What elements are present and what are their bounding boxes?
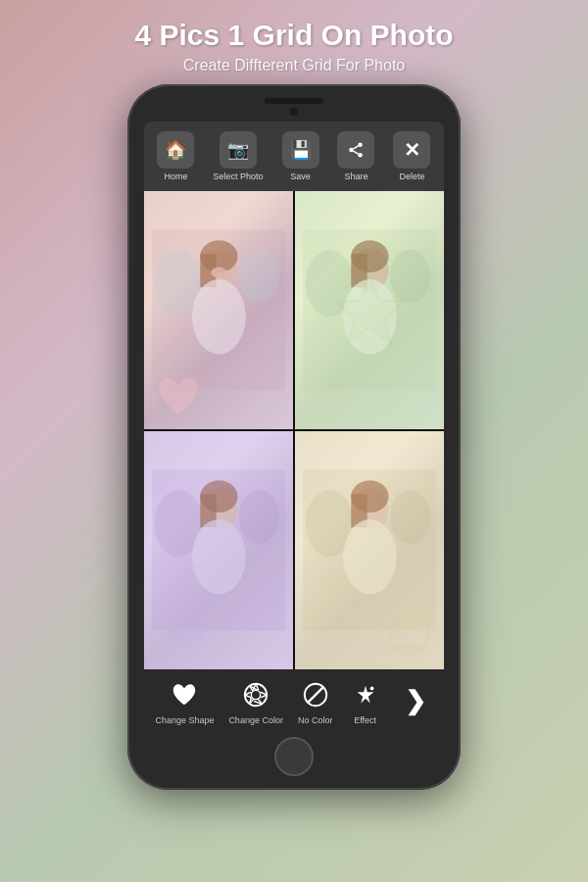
svg-point-37 — [343, 519, 397, 595]
toolbar: 🏠 Home 📷 Select Photo 💾 Save — [144, 122, 444, 191]
phone-frame: 🏠 Home 📷 Select Photo 💾 Save — [127, 84, 461, 790]
heart-shape-icon — [167, 677, 202, 712]
grid-cell-3[interactable] — [144, 431, 293, 669]
delete-label: Delete — [399, 172, 424, 181]
svg-marker-20 — [335, 276, 404, 343]
change-color-label: Change Color — [228, 715, 283, 725]
effect-icon — [348, 677, 383, 712]
svg-point-23 — [239, 490, 279, 544]
share-label: Share — [344, 172, 368, 181]
share-button[interactable]: Share — [331, 129, 380, 183]
change-color-button[interactable]: Change Color — [228, 677, 283, 725]
photo-grid — [144, 191, 444, 669]
bottom-toolbar: Change Shape — [144, 669, 444, 731]
effect-button[interactable]: Effect — [348, 677, 383, 725]
delete-button[interactable]: ✕ Delete — [387, 129, 436, 183]
next-icon: ❯ — [398, 684, 433, 719]
phone-speaker — [265, 98, 323, 104]
home-label: Home — [164, 172, 187, 181]
select-photo-label: Select Photo — [213, 172, 263, 181]
app-title: 4 Pics 1 Grid On Photo — [20, 18, 568, 53]
svg-point-27 — [192, 519, 246, 595]
grid-cell-1[interactable] — [144, 191, 293, 429]
phone-camera — [290, 108, 298, 116]
svg-point-12 — [211, 268, 226, 278]
svg-point-0 — [359, 143, 364, 148]
save-icon: 💾 — [282, 131, 319, 169]
no-color-label: No Color — [298, 715, 333, 725]
phone-top-bar — [137, 98, 451, 116]
svg-point-2 — [359, 153, 364, 158]
app-subtitle: Create Diffterent Grid For Photo — [20, 57, 568, 74]
svg-line-3 — [354, 151, 359, 154]
share-icon — [337, 131, 374, 169]
svg-point-33 — [390, 490, 430, 544]
camera-icon: 📷 — [220, 131, 257, 169]
phone-screen: 🏠 Home 📷 Select Photo 💾 Save — [144, 122, 444, 731]
effect-label: Effect — [354, 715, 376, 725]
select-photo-button[interactable]: 📷 Select Photo — [207, 129, 269, 183]
home-button-physical[interactable] — [274, 737, 314, 776]
aperture-icon — [238, 677, 273, 712]
grid-cell-4[interactable] — [295, 431, 444, 669]
change-shape-label: Change Shape — [155, 715, 214, 725]
change-shape-button[interactable]: Change Shape — [155, 677, 214, 725]
no-color-button[interactable]: No Color — [298, 677, 333, 725]
no-color-icon — [298, 677, 333, 712]
home-icon: 🏠 — [157, 131, 194, 169]
grid-cell-2[interactable] — [295, 191, 444, 429]
svg-line-4 — [354, 146, 359, 149]
app-header: 4 Pics 1 Grid On Photo Create Diffterent… — [0, 0, 588, 84]
delete-icon: ✕ — [393, 131, 430, 169]
next-button[interactable]: ❯ — [398, 684, 433, 719]
save-label: Save — [290, 172, 311, 181]
svg-point-30 — [168, 611, 177, 624]
svg-line-54 — [307, 687, 323, 704]
svg-point-7 — [239, 250, 279, 304]
home-button[interactable]: 🏠 Home — [151, 129, 200, 183]
svg-point-40 — [251, 690, 260, 699]
svg-point-11 — [192, 279, 246, 355]
svg-point-56 — [369, 687, 373, 691]
svg-point-1 — [350, 148, 355, 153]
save-button[interactable]: 💾 Save — [276, 129, 325, 183]
